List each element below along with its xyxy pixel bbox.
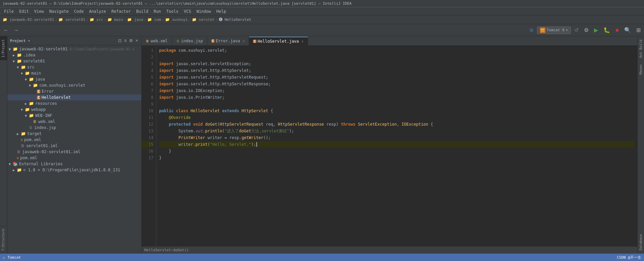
- left-vtabs: 1:Project 7:Structure: [0, 36, 7, 254]
- search-button[interactable]: 🔍: [622, 26, 633, 35]
- layout-button[interactable]: ⊞: [634, 26, 643, 35]
- tree-jdk[interactable]: ▶ 📁 < 1.8 > D:\ProgarmFile\java\jdk1.8.0…: [7, 167, 141, 173]
- tree-error-java[interactable]: C Error: [7, 88, 141, 94]
- tree-servlet01-iml[interactable]: 🗎 servlet01.iml: [7, 143, 141, 149]
- menu-view[interactable]: View: [32, 7, 47, 15]
- tomcat-dropdown-arrow[interactable]: ▾: [566, 28, 568, 32]
- code-line-15: writer.print("Hello, Servlet.");: [159, 141, 635, 148]
- tree-src[interactable]: ▼ 📁 src: [7, 64, 141, 70]
- menu-tools[interactable]: Tools: [164, 7, 181, 15]
- tree-webinf[interactable]: ▼ 📁 WEB-INF: [7, 113, 141, 119]
- nav-icon[interactable]: ⊕: [527, 26, 536, 35]
- menu-refactor[interactable]: Refactor: [109, 7, 134, 15]
- bread-item-2[interactable]: 📁 servlet01: [58, 17, 85, 22]
- refresh-button[interactable]: ↺: [572, 26, 581, 35]
- menu-file[interactable]: File: [1, 7, 16, 15]
- back-button[interactable]: ←: [1, 26, 11, 35]
- code-line-8: import java.io.PrintWriter;: [159, 94, 635, 101]
- status-bar: ⚠ Tomcat CSDN @不一生: [0, 254, 644, 261]
- code-line-12: protected void doGet(HttpServletRequest …: [159, 121, 635, 128]
- bread-item-7[interactable]: 📁 xushuyi: [165, 17, 188, 22]
- debug-button[interactable]: 🐛: [601, 26, 612, 35]
- right-panel-maven[interactable]: Maven: [638, 61, 644, 78]
- tab-error-java[interactable]: C Error.java ×: [207, 37, 249, 45]
- tree-ext-libs[interactable]: ▼ 📚 External Libraries: [7, 161, 141, 167]
- menu-bar: File Edit View Navigate Code Analyze Ref…: [0, 7, 644, 15]
- code-line-2: [159, 54, 635, 60]
- code-line-5: import javax.servlet.http.HttpServletReq…: [159, 74, 635, 81]
- menu-run[interactable]: Run: [151, 7, 164, 15]
- tree-webapp[interactable]: ▼ 📁 webapp: [7, 106, 141, 113]
- tree-idea[interactable]: ▶ 📁 .idea: [7, 52, 141, 58]
- tree-pkg[interactable]: ▼ 📁 com.xushuyi.servlet: [7, 82, 141, 88]
- bread-item-5[interactable]: 📁 java: [127, 17, 143, 22]
- tree-pom-xml[interactable]: m pom.xml: [7, 137, 141, 143]
- menu-code[interactable]: Code: [71, 7, 87, 15]
- bread-item-6[interactable]: 📁 com: [147, 17, 161, 22]
- sidebar-scope-btn[interactable]: ⊡: [117, 38, 122, 44]
- tree-index-jsp[interactable]: 🗎 index.jsp: [7, 125, 141, 131]
- sidebar-settings-btn[interactable]: ⚙: [129, 38, 134, 44]
- menu-navigate[interactable]: Navigate: [47, 7, 71, 15]
- tree-resources[interactable]: ▶ 📁 resources: [7, 100, 141, 106]
- title-text: javaweb-02-servlet01 – D:\Code\IdeaProje…: [3, 1, 352, 6]
- toolbar-right: ⊕ 🐱 Tomcat 9 ▾ ↺ ⚙ ▶ 🐛 ■ 🔍 ⊞: [527, 26, 643, 35]
- title-bar: javaweb-02-servlet01 – D:\Code\IdeaProje…: [0, 0, 644, 7]
- status-icon-warning: ⚠: [3, 255, 5, 260]
- tree-root-pom[interactable]: m pom.xml: [7, 155, 141, 161]
- sidebar-collapse-btn[interactable]: ≡: [123, 38, 127, 44]
- menu-window[interactable]: Window: [194, 7, 213, 15]
- tomcat-run-config[interactable]: 🐱 Tomcat 9 ▾: [537, 27, 571, 34]
- tree-root[interactable]: ▼ 📁 javaweb-02-servlet01 D:\Code\IdeaPro…: [7, 46, 141, 52]
- close-helloservlet-tab[interactable]: ×: [302, 40, 304, 43]
- tomcat-label: Tomcat 9: [547, 28, 564, 32]
- code-content[interactable]: package com.xushuyi.servlet; import java…: [156, 46, 637, 246]
- tree-helloservlet-java[interactable]: C HelloServlet: [7, 94, 141, 100]
- menu-analyze[interactable]: Analyze: [86, 7, 109, 15]
- bread-item-8[interactable]: 📁 servlet: [192, 17, 214, 22]
- settings-button[interactable]: ⚙: [582, 26, 591, 35]
- menu-build[interactable]: Build: [134, 7, 151, 15]
- status-right: CSDN @不一生: [617, 255, 641, 260]
- breadcrumb-bottom-class[interactable]: HelloServlet: [144, 248, 171, 252]
- run-button[interactable]: ▶: [592, 26, 600, 35]
- line-numbers: 1 2 3 4 5 6 7 8 9 10 11 12 13 14 15 16 1: [142, 46, 156, 246]
- code-line-6: import javax.servlet.http.HttpServletRes…: [159, 81, 635, 87]
- right-panel-ant[interactable]: Ant Build: [638, 36, 644, 61]
- breadcrumb-bar: 📁 javaweb-02-servlet01 › 📁 servlet01 › 📁…: [0, 15, 644, 24]
- tree-web-xml[interactable]: 🗎 web.xml: [7, 119, 141, 125]
- tree-target[interactable]: ▶ 📁 target: [7, 131, 141, 137]
- code-line-3: import javax.servlet.ServletException;: [159, 60, 635, 67]
- tree-java[interactable]: ▼ 📁 java: [7, 76, 141, 82]
- menu-edit[interactable]: Edit: [16, 7, 32, 15]
- bread-item-1[interactable]: 📁 javaweb-02-servlet01: [3, 17, 54, 22]
- tab-helloservlet-java[interactable]: C HelloServlet.java ×: [249, 37, 308, 45]
- tree-root-iml[interactable]: 🗎 javaweb-02-servlet01.iml: [7, 149, 141, 155]
- vtab-project[interactable]: 1:Project: [0, 36, 7, 60]
- close-error-tab[interactable]: ×: [243, 39, 245, 43]
- file-tree: ▼ 📁 javaweb-02-servlet01 D:\Code\IdeaPro…: [7, 45, 141, 254]
- bread-item-9[interactable]: 🅒 HelloServlet: [219, 17, 251, 22]
- right-panel-database[interactable]: Database: [638, 231, 644, 254]
- tab-index-jsp[interactable]: 🗎 index.jsp: [172, 37, 207, 45]
- stop-button[interactable]: ■: [613, 26, 621, 35]
- menu-vcs[interactable]: VCS: [181, 7, 194, 15]
- bread-item-3[interactable]: 📁 src: [90, 17, 103, 22]
- editor-area: 🗎 web.xml 🗎 index.jsp C Error.java × C H…: [142, 36, 637, 254]
- sidebar-close-btn[interactable]: ×: [135, 38, 139, 44]
- code-line-7: import java.io.IOException;: [159, 87, 635, 94]
- code-line-13: System.out.println("进入了doGet方法,servlet测试…: [159, 128, 635, 134]
- code-line-4: import javax.servlet.http.HttpServlet;: [159, 67, 635, 74]
- tree-servlet01[interactable]: ▼ 📁 servlet01: [7, 58, 141, 64]
- code-editor[interactable]: 1 2 3 4 5 6 7 8 9 10 11 12 13 14 15 16 1: [142, 46, 637, 246]
- menu-help[interactable]: Help: [214, 7, 229, 15]
- forward-button[interactable]: →: [11, 26, 21, 35]
- tab-bar: 🗎 web.xml 🗎 index.jsp C Error.java × C H…: [142, 36, 637, 46]
- bread-item-4[interactable]: 📁 main: [107, 17, 123, 22]
- breadcrumb-bottom-method[interactable]: doGet(): [173, 248, 189, 252]
- code-line-9: [159, 101, 635, 107]
- tree-main[interactable]: ▼ 📁 main: [7, 70, 141, 76]
- sidebar: Project ▾ ⊡ ≡ ⚙ × ▼ 📁 javaweb-02-servlet…: [7, 36, 142, 254]
- tab-web-xml[interactable]: 🗎 web.xml: [142, 37, 172, 45]
- vtab-structure[interactable]: 7:Structure: [0, 226, 7, 254]
